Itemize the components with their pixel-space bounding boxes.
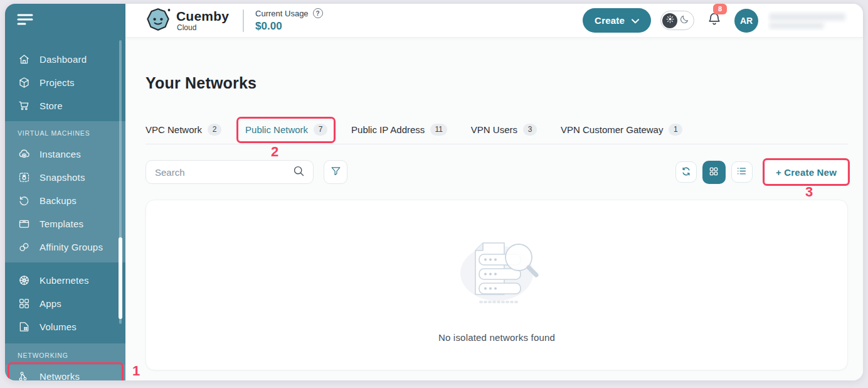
sidebar-item-label: Snapshots [40, 172, 85, 183]
page-title: Your Networks [146, 74, 848, 92]
hamburger-menu-button[interactable] [16, 13, 34, 28]
sidebar-item-templates[interactable]: Templates [5, 212, 125, 235]
tab-bar: VPC Network 2 Public Network 7 Public IP… [146, 124, 848, 144]
refresh-icon [680, 165, 692, 180]
create-dropdown-button[interactable]: Create [583, 8, 651, 33]
tab-vpc-network[interactable]: VPC Network 2 [146, 124, 221, 136]
sidebar-item-snapshots[interactable]: Snapshots [5, 166, 125, 189]
filter-button[interactable] [324, 160, 347, 184]
empty-state-message: No isolated networks found [438, 332, 555, 343]
section-title-networking: NETWORKING [5, 347, 125, 365]
notifications-button[interactable]: 8 [706, 11, 722, 30]
light-mode-active [662, 13, 677, 28]
tab-count-badge: 1 [669, 124, 682, 136]
redacted-username [768, 11, 850, 31]
tab-count-badge: 2 [208, 124, 221, 136]
sidebar-item-networks[interactable]: Networks [5, 365, 125, 380]
page-content: Your Networks VPC Network 2 Public Netwo… [125, 38, 863, 380]
sidebar-item-label: Instances [40, 149, 81, 159]
affinity-groups-icon [18, 240, 31, 254]
search-input[interactable] [155, 167, 292, 178]
sidebar-item-label: Volumes [40, 321, 77, 332]
sidebar-nav-middle: Kubernetes Apps Volumes [5, 269, 125, 338]
header-divider [243, 9, 244, 32]
sidebar-item-kubernetes[interactable]: Kubernetes [5, 269, 125, 292]
sidebar-item-affinity-groups[interactable]: Affinity Groups [5, 235, 125, 259]
brand-name: Cuemby [176, 9, 229, 23]
home-icon [18, 53, 31, 66]
top-header: Cuemby Cloud Current Usage ? $0.00 Creat… [125, 4, 863, 38]
sidebar-item-label: Store [40, 100, 63, 111]
sidebar-section-virtual-machines: VIRTUAL MACHINES Instances Snapshots Bac… [5, 121, 125, 262]
tab-public-network[interactable]: Public Network 7 [245, 124, 327, 136]
kubernetes-icon [18, 274, 31, 287]
sidebar-section-networking: NETWORKING Networks [5, 343, 125, 380]
restore-icon [18, 194, 31, 207]
brand-text: Cuemby Cloud [176, 9, 229, 31]
sidebar-item-label: Apps [40, 298, 61, 309]
sidebar-item-label: Backups [40, 195, 77, 206]
cloud-plus-icon [18, 148, 31, 161]
current-usage: Current Usage ? $0.00 [255, 8, 323, 33]
sidebar-item-projects[interactable]: Projects [5, 71, 125, 94]
tab-vpn-users[interactable]: VPN Users 3 [471, 124, 537, 136]
search-icon [292, 164, 305, 180]
tab-public-ip-address[interactable]: Public IP Address 11 [351, 124, 447, 136]
sidebar-item-instances[interactable]: Instances [5, 143, 125, 166]
empty-networks-illustration [443, 235, 551, 313]
create-new-button[interactable]: + Create New [765, 159, 848, 185]
bell-icon [706, 19, 722, 30]
network-nodes-icon [18, 370, 31, 380]
sidebar-item-apps[interactable]: Apps [5, 292, 125, 315]
template-icon [18, 217, 31, 230]
grid-view-button[interactable] [702, 161, 726, 184]
section-title-virtual-machines: VIRTUAL MACHINES [5, 125, 125, 143]
snapshot-icon [18, 171, 31, 184]
filter-funnel-icon [330, 165, 342, 179]
main-area: Cuemby Cloud Current Usage ? $0.00 Creat… [125, 4, 863, 380]
sidebar-item-volumes[interactable]: Volumes [5, 315, 125, 338]
toolbar: + Create New [146, 159, 848, 185]
sun-icon [665, 14, 675, 26]
notification-count-badge: 8 [713, 4, 727, 14]
list-view-button[interactable] [731, 161, 753, 183]
sidebar-item-label: Templates [40, 218, 83, 229]
moon-icon [679, 14, 690, 27]
sidebar-item-store[interactable]: Store [5, 94, 125, 117]
current-usage-value: $0.00 [255, 20, 323, 33]
tab-count-badge: 11 [430, 124, 447, 136]
cart-icon [18, 99, 31, 112]
sidebar-item-label: Dashboard [40, 54, 87, 65]
hamburger-icon [17, 19, 33, 28]
header-actions: Create [583, 8, 850, 33]
cube-icon [18, 76, 31, 89]
brand-subtitle: Cloud [176, 24, 229, 31]
grid-view-icon [708, 166, 719, 179]
sidebar-item-dashboard[interactable]: Dashboard [5, 48, 125, 71]
cuemby-mascot-icon [146, 7, 171, 35]
sidebar-item-backups[interactable]: Backups [5, 189, 125, 212]
tab-count-badge: 3 [523, 124, 537, 136]
sidebar: Dashboard Projects Store VIRTUAL MACHINE… [5, 4, 125, 380]
sidebar-item-label: Projects [40, 77, 75, 88]
volumes-icon [18, 320, 31, 333]
sidebar-item-label: Kubernetes [40, 275, 89, 286]
theme-toggle[interactable] [660, 11, 694, 30]
search-box [146, 160, 314, 184]
refresh-button[interactable] [675, 161, 697, 183]
list-view-icon [736, 165, 748, 179]
avatar[interactable]: AR [734, 9, 758, 33]
chevron-down-icon [632, 15, 639, 26]
empty-state-card: No isolated networks found [146, 200, 848, 370]
sidebar-item-label: Affinity Groups [40, 242, 103, 252]
brand-logo[interactable]: Cuemby Cloud [146, 7, 229, 35]
current-usage-label: Current Usage [255, 9, 309, 18]
sidebar-scrollbar-thumb[interactable] [119, 237, 122, 319]
sidebar-nav-top: Dashboard Projects Store [5, 48, 125, 117]
app-window: Dashboard Projects Store VIRTUAL MACHINE… [5, 4, 863, 380]
apps-grid-icon [18, 297, 31, 310]
help-icon[interactable]: ? [313, 8, 323, 18]
tab-vpn-customer-gateway[interactable]: VPN Customer Gateway 1 [561, 124, 682, 136]
tab-count-badge: 7 [314, 124, 327, 136]
toolbar-right: + Create New [675, 159, 848, 185]
